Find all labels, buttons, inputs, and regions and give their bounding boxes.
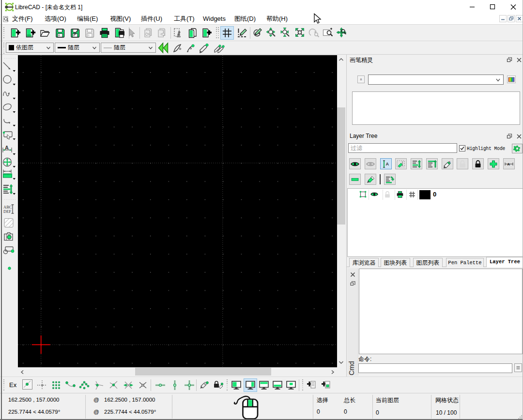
svg-text:A: A — [507, 162, 510, 166]
svg-text:A: A — [386, 162, 389, 166]
svg-text:A: A — [448, 161, 451, 164]
svg-text:DEF: DEF — [3, 209, 11, 214]
svg-text:A: A — [5, 145, 9, 150]
